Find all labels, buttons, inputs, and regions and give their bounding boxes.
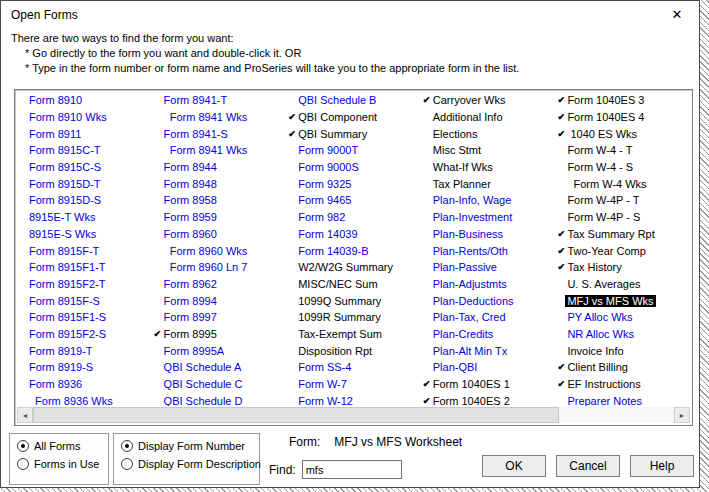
list-item[interactable]: Plan-Passive — [421, 259, 556, 276]
list-item[interactable]: Plan-Investment — [421, 209, 556, 226]
radio-display-form-number[interactable]: Display Form Number — [121, 440, 259, 452]
list-item[interactable]: ✔Tax History — [555, 259, 690, 276]
list-item[interactable]: Misc Stmt — [421, 142, 556, 159]
list-item[interactable]: Plan-Business — [421, 226, 556, 243]
list-item[interactable]: Form 8910 Wks — [17, 109, 152, 126]
list-item[interactable]: Form 8960 — [152, 226, 287, 243]
list-item[interactable]: Form 8959 — [152, 209, 287, 226]
list-item[interactable]: Form 8941-S — [152, 125, 287, 142]
list-item[interactable]: ✔Two-Year Comp — [555, 242, 690, 259]
list-item[interactable]: Form 8915F1-S — [17, 309, 152, 326]
list-item[interactable]: QBI Schedule B — [286, 92, 421, 109]
list-item[interactable]: Preparer Notes — [555, 392, 690, 406]
list-item[interactable]: Disposition Rpt — [286, 342, 421, 359]
list-item[interactable]: ✔ 1040 ES Wks — [555, 125, 690, 142]
list-item[interactable]: Tax-Exempt Sum — [286, 326, 421, 343]
ok-button[interactable]: OK — [482, 455, 546, 477]
list-item[interactable]: Form 8958 — [152, 192, 287, 209]
list-item[interactable]: Plan-Alt Min Tx — [421, 342, 556, 359]
list-item[interactable]: U. S. Averages — [555, 276, 690, 293]
list-item[interactable]: Form 9465 — [286, 192, 421, 209]
list-item[interactable]: ✔QBI Component — [286, 109, 421, 126]
list-item[interactable]: Form 8911 — [17, 125, 152, 142]
list-item[interactable]: Form 8962 — [152, 276, 287, 293]
list-item[interactable]: ✔Tax Summary Rpt — [555, 226, 690, 243]
list-item[interactable]: ✔Form 1040ES 1 — [421, 376, 556, 393]
list-item[interactable]: Form W-4P - T — [555, 192, 690, 209]
list-item[interactable]: Form 8919-S — [17, 359, 152, 376]
list-item[interactable]: Form W-4 Wks — [555, 175, 690, 192]
list-item[interactable]: Form 8960 Wks — [152, 242, 287, 259]
list-item[interactable]: Form 8915D-S — [17, 192, 152, 209]
list-item[interactable]: What-If Wks — [421, 159, 556, 176]
list-item[interactable]: ✔Form 8995 — [152, 326, 287, 343]
list-item[interactable]: Form 8948 — [152, 175, 287, 192]
scroll-left-icon[interactable]: ◄ — [17, 407, 33, 423]
list-item[interactable]: Invoice Info — [555, 342, 690, 359]
radio-forms-in-use[interactable]: Forms in Use — [17, 458, 108, 470]
list-item[interactable]: Form 8997 — [152, 309, 287, 326]
list-item[interactable]: Form 9000S — [286, 159, 421, 176]
list-item[interactable]: Plan-Deductions — [421, 292, 556, 309]
list-item[interactable]: Plan-Adjustmts — [421, 276, 556, 293]
list-item[interactable]: QBI Schedule C — [152, 376, 287, 393]
list-item[interactable]: MFJ vs MFS Wks — [555, 292, 690, 309]
list-item[interactable]: Form 8915F2-T — [17, 276, 152, 293]
list-item[interactable]: Plan-Info, Wage — [421, 192, 556, 209]
list-item[interactable]: Tax Planner — [421, 175, 556, 192]
find-input[interactable] — [302, 460, 402, 479]
list-item[interactable]: 1099Q Summary — [286, 292, 421, 309]
list-item[interactable]: Additional Info — [421, 109, 556, 126]
list-item[interactable]: Form 8915D-T — [17, 175, 152, 192]
horizontal-scrollbar[interactable]: ◄ ► — [17, 407, 690, 423]
list-item[interactable]: Plan-Rents/Oth — [421, 242, 556, 259]
list-item[interactable]: MISC/NEC Sum — [286, 276, 421, 293]
list-item[interactable]: ✔Form 1040ES 2 — [421, 392, 556, 406]
list-item[interactable]: Form 9325 — [286, 175, 421, 192]
list-item[interactable]: PY Alloc Wks — [555, 309, 690, 326]
cancel-button[interactable]: Cancel — [556, 455, 620, 477]
list-item[interactable]: Form 8915F-T — [17, 242, 152, 259]
list-item[interactable]: Form W-4 - S — [555, 159, 690, 176]
list-item[interactable]: ✔QBI Summary — [286, 125, 421, 142]
list-item[interactable]: Form 8960 Ln 7 — [152, 259, 287, 276]
list-item[interactable]: Form W-4 - T — [555, 142, 690, 159]
list-item[interactable]: Form 14039-B — [286, 242, 421, 259]
list-item[interactable]: Form W-4P - S — [555, 209, 690, 226]
list-item[interactable]: Form 8915C-T — [17, 142, 152, 159]
list-item[interactable]: Form 8915F1-T — [17, 259, 152, 276]
list-item[interactable]: Form 8941 Wks — [152, 142, 287, 159]
list-item[interactable]: Form SS-4 — [286, 359, 421, 376]
help-button[interactable]: Help — [630, 455, 694, 477]
scrollbar-thumb[interactable] — [33, 407, 559, 423]
list-item[interactable]: QBI Schedule D — [152, 392, 287, 406]
list-item[interactable]: ✔Client Billing — [555, 359, 690, 376]
radio-all-forms[interactable]: All Forms — [17, 440, 108, 452]
list-item[interactable]: 8915E-S Wks — [17, 226, 152, 243]
list-item[interactable]: Form W-12 — [286, 392, 421, 406]
list-item[interactable]: W2/W2G Summary — [286, 259, 421, 276]
list-item[interactable]: Form 8915F-S — [17, 292, 152, 309]
list-item[interactable]: Form 9000T — [286, 142, 421, 159]
list-item[interactable]: ✔Carryover Wks — [421, 92, 556, 109]
list-item[interactable]: ✔Form 1040ES 4 — [555, 109, 690, 126]
list-item[interactable]: 8915E-T Wks — [17, 209, 152, 226]
radio-display-form-description[interactable]: Display Form Description — [121, 458, 259, 470]
list-item[interactable]: Form W-7 — [286, 376, 421, 393]
list-item[interactable]: Form 8944 — [152, 159, 287, 176]
list-item[interactable]: Form 8910 — [17, 92, 152, 109]
list-item[interactable]: Form 8919-T — [17, 342, 152, 359]
list-item[interactable]: 1099R Summary — [286, 309, 421, 326]
list-item[interactable]: Form 8915F2-S — [17, 326, 152, 343]
list-item[interactable]: Form 8915C-S — [17, 159, 152, 176]
list-item[interactable]: Elections — [421, 125, 556, 142]
list-item[interactable]: Form 14039 — [286, 226, 421, 243]
list-item[interactable]: QBI Schedule A — [152, 359, 287, 376]
list-item[interactable]: Plan-Credits — [421, 326, 556, 343]
scroll-right-icon[interactable]: ► — [674, 407, 690, 423]
list-item[interactable]: Form 982 — [286, 209, 421, 226]
list-item[interactable]: Form 8941 Wks — [152, 109, 287, 126]
close-icon[interactable]: ✕ — [655, 1, 699, 29]
list-item[interactable]: ✔EF Instructions — [555, 376, 690, 393]
scrollbar-track[interactable] — [33, 407, 674, 423]
